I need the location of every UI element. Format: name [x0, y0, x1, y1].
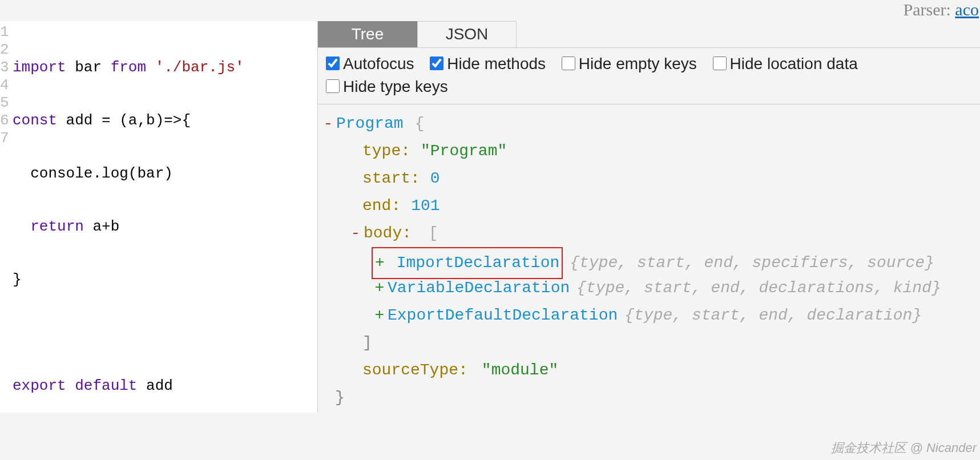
- hide-empty-checkbox[interactable]: [562, 57, 575, 70]
- hide-methods-checkbox[interactable]: [430, 57, 443, 70]
- token-id: add: [137, 377, 172, 394]
- opt-label: Hide type keys: [343, 78, 448, 95]
- token-keyword: from: [111, 59, 146, 76]
- hide-type-checkbox[interactable]: [326, 79, 340, 93]
- prop-key: start:: [362, 165, 420, 192]
- code-line: }: [13, 271, 244, 289]
- token-keyword: return: [30, 218, 84, 235]
- line-number: 3: [0, 59, 8, 76]
- ast-panel: Tree JSON Autofocus Hide methods Hide em…: [318, 21, 980, 460]
- prop-value: "Program": [421, 138, 507, 165]
- prop-value: 101: [411, 192, 439, 220]
- node-hint: {type, start, end, declarations, kind}: [576, 275, 941, 302]
- token-keyword: default: [75, 377, 137, 394]
- tree-row[interactable]: + ImportDeclaration {type, start, end, s…: [374, 247, 980, 275]
- node-name[interactable]: Program: [336, 110, 404, 138]
- token-id: add = (a,b)=>{: [57, 112, 191, 129]
- code-line: [13, 324, 244, 342]
- opt-label: Hide location data: [730, 55, 858, 72]
- tree-row: ]: [362, 329, 980, 357]
- options-bar: Autofocus Hide methods Hide empty keys H…: [318, 47, 980, 104]
- prop-key: body:: [364, 220, 412, 247]
- node-name[interactable]: VariableDeclaration: [388, 275, 570, 302]
- code-line: export default add: [13, 377, 244, 395]
- tab-json[interactable]: JSON: [417, 21, 517, 47]
- collapse-toggle[interactable]: -: [350, 220, 361, 247]
- watermark: 掘金技术社区 @ Nicander: [831, 439, 977, 457]
- tree-row[interactable]: - body: [: [350, 220, 980, 247]
- parser-indicator: Parser: aco: [904, 0, 980, 19]
- prop-key: end:: [362, 192, 401, 220]
- code-line: import bar from './bar.js': [13, 59, 244, 76]
- opt-hide-location[interactable]: Hide location data: [713, 55, 858, 72]
- close-bracket: ]: [362, 329, 372, 357]
- main-split: 1 2 3 4 5 6 7 import bar from './bar.js'…: [0, 21, 980, 460]
- tree-row: }: [335, 384, 980, 411]
- tree-row: end: 101: [362, 192, 980, 220]
- token-keyword: export: [13, 377, 66, 394]
- open-brace: {: [415, 110, 425, 138]
- opt-hide-methods[interactable]: Hide methods: [430, 55, 546, 72]
- ast-tree: - Program { type: "Program" start: 0 end…: [318, 104, 980, 411]
- hide-location-checkbox[interactable]: [713, 57, 727, 70]
- tree-row[interactable]: - Program {: [322, 110, 980, 138]
- prop-key: type:: [362, 138, 410, 165]
- code-line: return a+b: [13, 218, 244, 236]
- opt-label: Hide empty keys: [579, 55, 697, 72]
- token-indent: [13, 218, 30, 235]
- line-number: 1: [0, 23, 8, 41]
- opt-hide-empty[interactable]: Hide empty keys: [562, 55, 697, 72]
- open-bracket: [: [429, 220, 438, 247]
- line-number: 4: [0, 76, 8, 94]
- opt-hide-type[interactable]: Hide type keys: [326, 78, 448, 95]
- tree-row[interactable]: + VariableDeclaration {type, start, end,…: [374, 275, 980, 302]
- token-keyword: const: [13, 112, 57, 129]
- token-keyword: import: [13, 59, 66, 76]
- tab-tree[interactable]: Tree: [318, 21, 417, 47]
- node-hint: {type, start, end, declaration}: [624, 302, 922, 329]
- tree-row: sourceType: "module": [362, 357, 980, 384]
- tree-row[interactable]: + ExportDefaultDeclaration {type, start,…: [374, 302, 980, 329]
- parser-link[interactable]: aco: [955, 0, 979, 19]
- opt-label: Hide methods: [447, 55, 546, 72]
- code-editor[interactable]: 1 2 3 4 5 6 7 import bar from './bar.js'…: [0, 21, 318, 413]
- opt-label: Autofocus: [343, 55, 414, 72]
- expand-toggle[interactable]: +: [374, 275, 385, 302]
- line-number: 5: [0, 94, 8, 112]
- node-hint: {type, start, end, specifiers, source}: [570, 249, 934, 277]
- token-space: [66, 377, 75, 394]
- line-gutter: 1 2 3 4 5 6 7: [0, 23, 10, 413]
- node-name[interactable]: ExportDefaultDeclaration: [388, 302, 618, 329]
- code-body[interactable]: import bar from './bar.js' const add = (…: [10, 23, 244, 413]
- opt-autofocus[interactable]: Autofocus: [326, 55, 414, 72]
- expand-toggle[interactable]: +: [375, 254, 385, 272]
- code-line: console.log(bar): [13, 165, 244, 183]
- token-id: console.log(bar): [13, 165, 173, 182]
- tree-row: start: 0: [362, 165, 980, 192]
- autofocus-checkbox[interactable]: [326, 57, 340, 70]
- tree-row: type: "Program": [362, 138, 980, 165]
- prop-value: "module": [482, 357, 558, 384]
- prop-key: sourceType:: [362, 357, 468, 384]
- line-number: 2: [0, 41, 8, 59]
- token-id: }: [13, 271, 22, 288]
- collapse-toggle[interactable]: -: [322, 110, 334, 138]
- expand-toggle[interactable]: +: [374, 302, 385, 329]
- code-line: const add = (a,b)=>{: [13, 112, 244, 130]
- parser-label: Parser:: [904, 0, 955, 19]
- token-string: './bar.js': [146, 59, 244, 76]
- node-name[interactable]: ImportDeclaration: [397, 254, 560, 272]
- view-tabs: Tree JSON: [318, 21, 980, 47]
- line-number: 6: [0, 112, 8, 130]
- token-id: bar: [66, 59, 111, 76]
- close-brace: }: [335, 384, 345, 411]
- prop-value: 0: [430, 165, 440, 192]
- token-id: a+b: [84, 218, 119, 235]
- line-number: 7: [0, 130, 8, 147]
